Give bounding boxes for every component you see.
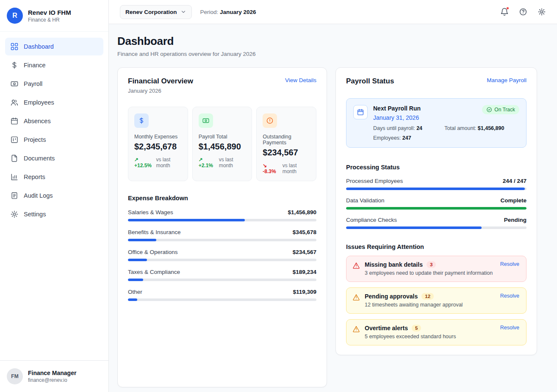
- sidebar-item-settings[interactable]: Settings: [5, 205, 103, 223]
- sidebar-item-dashboard[interactable]: Dashboard: [5, 38, 103, 55]
- notification-dot: [506, 7, 509, 10]
- trend-note: vs last month: [156, 157, 181, 168]
- sidebar-item-payroll[interactable]: Payroll: [5, 75, 103, 93]
- expense-breakdown-title: Expense Breakdown: [128, 195, 316, 202]
- payroll-status-title: Payroll Status: [346, 77, 394, 86]
- financial-overview-card: Financial Overview January 2026 View Det…: [117, 67, 327, 387]
- issue-description: 3 employees need to update their payment…: [365, 270, 496, 276]
- progress-bar: [346, 188, 527, 190]
- expense-row: Salaries & Wages $1,456,890: [128, 209, 316, 221]
- banknote-icon: [199, 113, 213, 128]
- issue-count-badge: 5: [412, 325, 421, 331]
- stat-value: $234,567: [263, 148, 310, 157]
- expense-breakdown: Expense Breakdown Salaries & Wages $1,45…: [128, 195, 316, 301]
- processing-label: Data Validation: [346, 197, 385, 204]
- expense-bar: [128, 259, 316, 261]
- banknote-icon: [10, 80, 19, 88]
- sidebar-item-absences[interactable]: Absences: [5, 112, 103, 130]
- issues-section: Issues Requiring Attention Missing bank …: [346, 243, 527, 345]
- expense-value: $345,678: [293, 229, 316, 235]
- processing-value: Pending: [504, 217, 527, 223]
- issue-description: 5 employees exceeded standard hours: [365, 334, 496, 340]
- processing-status-title: Processing Status: [346, 164, 527, 171]
- sidebar-item-projects[interactable]: Projects: [5, 131, 103, 149]
- app-brand: R Renev IO FHM Finance & HR: [0, 0, 108, 32]
- resolve-link[interactable]: Resolve: [500, 293, 519, 299]
- sidebar-item-label: Audit Logs: [24, 192, 53, 199]
- manage-payroll-link[interactable]: Manage Payroll: [487, 77, 527, 83]
- financial-overview-period: January 2026: [128, 88, 193, 94]
- processing-row: Data Validation Complete: [346, 197, 527, 210]
- alert-circle-icon: [263, 113, 277, 128]
- sidebar-item-audit-logs[interactable]: Audit Logs: [5, 187, 103, 204]
- sidebar-item-label: Dashboard: [24, 43, 54, 50]
- sidebar-item-documents[interactable]: Documents: [5, 149, 103, 167]
- app-window: R Renev IO FHM Finance & HR Dashboard Fi…: [0, 0, 557, 392]
- help-icon: [519, 8, 527, 16]
- notifications-button[interactable]: [500, 8, 509, 16]
- sidebar-nav: Dashboard Finance Payroll Employees Abse…: [0, 32, 108, 229]
- expense-row: Benefits & Insurance $345,678: [128, 229, 316, 241]
- issue-missing-bank-details: Missing bank details 3 3 employees need …: [346, 256, 527, 282]
- projects-icon: [10, 135, 19, 144]
- gear-icon: [10, 210, 19, 218]
- stat-label: Payroll Total: [199, 134, 246, 140]
- trend-up-icon: ↗ +2.1%: [199, 157, 217, 168]
- sidebar-user[interactable]: FM Finance Manager finance@renev.io: [0, 360, 108, 392]
- expense-bar: [128, 239, 316, 241]
- expense-label: Office & Operations: [128, 249, 178, 255]
- warning-triangle-icon: [352, 325, 360, 333]
- app-name: Renev IO FHM: [28, 9, 71, 16]
- issue-title: Missing bank details: [365, 261, 423, 268]
- view-details-link[interactable]: View Details: [285, 77, 316, 83]
- issues-title: Issues Requiring Attention: [346, 243, 527, 250]
- sidebar-item-employees[interactable]: Employees: [5, 94, 103, 111]
- sidebar-item-label: Reports: [24, 174, 45, 180]
- next-payroll-title: Next Payroll Run: [373, 105, 421, 112]
- check-circle-icon: [486, 107, 492, 113]
- dollar-icon: [10, 61, 19, 69]
- expense-row: Other $119,309: [128, 289, 316, 301]
- expense-row: Taxes & Compliance $189,234: [128, 269, 316, 281]
- processing-row: Compliance Checks Pending: [346, 217, 527, 229]
- resolve-link[interactable]: Resolve: [500, 261, 519, 267]
- next-payroll-run-panel: Next Payroll Run January 31, 2026 On Tra…: [346, 98, 527, 148]
- processing-label: Processed Employees: [346, 178, 403, 184]
- sidebar-item-label: Documents: [24, 155, 55, 162]
- stat-payroll-total: Payroll Total $1,456,890 ↗ +2.1% vs last…: [192, 107, 252, 181]
- trend-up-icon: ↗ +12.5%: [134, 157, 154, 168]
- progress-bar: [346, 226, 527, 229]
- dashboard-icon: [10, 42, 19, 51]
- issue-count-badge: 3: [427, 261, 436, 268]
- sidebar-item-reports[interactable]: Reports: [5, 168, 103, 186]
- issue-overtime-alerts: Overtime alerts 5 5 employees exceeded s…: [346, 319, 527, 345]
- processing-value: Complete: [500, 197, 527, 204]
- expense-value: $119,309: [293, 289, 316, 295]
- expense-bar: [128, 219, 316, 221]
- calendar-icon: [353, 105, 368, 119]
- stat-label: Outstanding Payments: [263, 134, 310, 146]
- settings-button[interactable]: [538, 8, 546, 16]
- trend-note: vs last month: [219, 157, 246, 168]
- app-subtitle: Finance & HR: [28, 17, 71, 23]
- expense-label: Benefits & Insurance: [128, 229, 181, 235]
- employees-count: Employees: 247: [373, 135, 444, 141]
- financial-overview-title: Financial Overview: [128, 77, 193, 86]
- sidebar-item-label: Absences: [24, 118, 51, 124]
- warning-triangle-icon: [352, 293, 360, 301]
- stat-label: Monthly Expenses: [134, 134, 182, 140]
- sidebar-item-finance[interactable]: Finance: [5, 56, 103, 74]
- audit-log-icon: [10, 191, 19, 200]
- user-email: finance@renev.io: [28, 377, 76, 383]
- expense-bar: [128, 279, 316, 281]
- help-button[interactable]: [519, 8, 527, 16]
- company-selector[interactable]: Renev Corporation: [120, 5, 192, 19]
- sidebar-item-label: Projects: [24, 136, 46, 143]
- next-payroll-date: January 31, 2026: [373, 114, 421, 121]
- expense-value: $1,456,890: [288, 209, 316, 215]
- resolve-link[interactable]: Resolve: [500, 325, 519, 331]
- processing-row: Processed Employees 244 / 247: [346, 178, 527, 190]
- expense-label: Salaries & Wages: [128, 209, 173, 215]
- issue-pending-approvals: Pending approvals 12 12 timesheets await…: [346, 287, 527, 314]
- issue-description: 12 timesheets awaiting manager approval: [365, 302, 496, 308]
